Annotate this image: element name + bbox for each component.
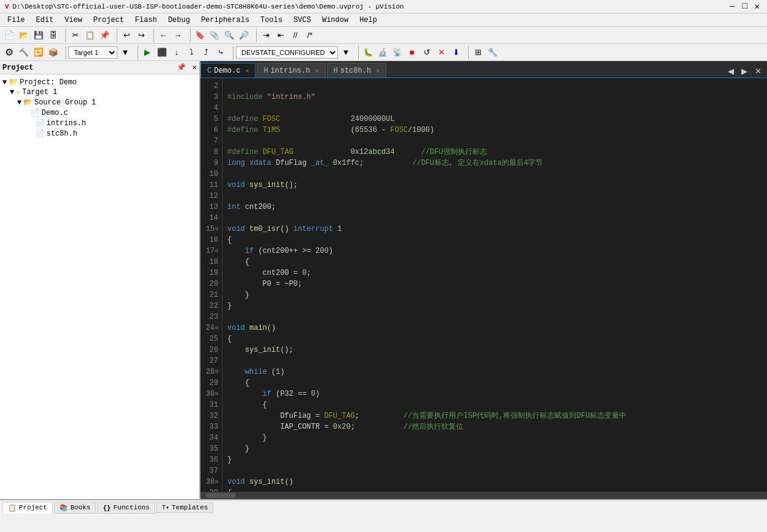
tab-scroll-right-btn[interactable]: ▶ xyxy=(738,64,751,78)
paste-btn[interactable]: 📌 xyxy=(98,29,111,42)
project-close-btn[interactable]: ✕ xyxy=(193,64,197,72)
stop-debug-btn[interactable]: ■ xyxy=(405,46,419,59)
title-bar: V D:\Desktop\STC-official-user-USB-ISP-b… xyxy=(0,0,767,13)
project-tab-label: Project xyxy=(19,504,47,511)
rebuild-btn[interactable]: 🔁 xyxy=(32,46,45,59)
menu-tools[interactable]: Tools xyxy=(255,15,287,26)
bookmark4-btn[interactable]: 🔎 xyxy=(237,29,251,42)
target-dropdown-btn[interactable]: ▼ xyxy=(119,46,132,59)
tree-item-intrins-h[interactable]: 📄 intrins.h xyxy=(0,118,199,128)
close-btn[interactable]: ✕ xyxy=(752,1,762,12)
menu-file[interactable]: File xyxy=(2,15,30,26)
tab-demo-c-close[interactable]: ✕ xyxy=(245,67,249,75)
open-btn[interactable]: 📂 xyxy=(17,29,31,42)
maximize-btn[interactable]: □ xyxy=(739,1,749,12)
sep4 xyxy=(187,29,191,42)
tab-intrins-h-icon: H xyxy=(263,67,268,75)
cut-btn[interactable]: ✂ xyxy=(68,29,82,42)
devstate-select[interactable]: DEVSTATE_CONFIGURED xyxy=(236,46,338,59)
tab-scroll-left-btn[interactable]: ◀ xyxy=(724,64,738,78)
step-btn[interactable]: ↓ xyxy=(170,46,183,59)
new-file-btn[interactable]: 📄 xyxy=(2,29,16,42)
tab-bar-right: ◀ ▶ ✕ xyxy=(724,64,767,78)
build-btn[interactable]: 🔨 xyxy=(17,46,31,59)
menu-view[interactable]: View xyxy=(60,15,87,26)
tab-stc8h-h-label: stc8h.h xyxy=(340,67,371,75)
project-title: Project xyxy=(2,64,33,72)
tree-item-project[interactable]: ▼ 📁 Project: Demo xyxy=(0,77,199,87)
tab-intrins-h-close[interactable]: ✕ xyxy=(315,67,318,75)
h-scrollbar[interactable] xyxy=(200,492,767,499)
bottom-tab-project[interactable]: 📋 Project xyxy=(2,502,53,514)
tab-stc8h-h-close[interactable]: ✕ xyxy=(376,67,380,75)
download-btn[interactable]: ⬇ xyxy=(449,46,463,59)
menu-debug[interactable]: Debug xyxy=(163,15,195,26)
target-options-btn[interactable]: ⚙ xyxy=(2,46,16,59)
menu-svcs[interactable]: SVCS xyxy=(288,15,316,26)
tab-demo-c[interactable]: C Demo.c ✕ xyxy=(200,63,255,78)
toolbar-file: 📄 📂 💾 🗄 ✂ 📋 📌 ↩ ↪ ← → 🔖 📎 🔍 🔎 ⇥ ⇤ // /* xyxy=(0,27,767,44)
settings-btn[interactable]: 🔧 xyxy=(486,46,499,59)
project-pin-btn[interactable]: 📌 xyxy=(177,64,186,72)
tree-item-stc8h-h[interactable]: 📄 stc8h.h xyxy=(0,128,199,139)
books-tab-icon: 📚 xyxy=(59,504,68,512)
step-over-btn[interactable]: ⤵ xyxy=(185,46,198,59)
step-out-btn[interactable]: ⤴ xyxy=(199,46,213,59)
run-cursor-btn[interactable]: ⤷ xyxy=(214,46,227,59)
debug-settings-btn[interactable]: 🐛 xyxy=(361,46,375,59)
save-all-btn[interactable]: 🗄 xyxy=(46,29,60,42)
tree-item-source-group[interactable]: ▼ 📂 Source Group 1 xyxy=(0,97,199,107)
unindent-btn[interactable]: ⇤ xyxy=(274,29,287,42)
target-select[interactable]: Target 1 xyxy=(68,46,117,59)
bookmark-btn[interactable]: 🔖 xyxy=(193,29,207,42)
bottom-tab-books[interactable]: 📚 Books xyxy=(54,502,96,514)
project-panel: Project 📌 ✕ ▼ 📁 Project: Demo ▼ ⬦ Target… xyxy=(0,61,200,499)
run-btn[interactable]: ▶ xyxy=(141,46,154,59)
menu-project[interactable]: Project xyxy=(88,15,128,26)
uncomment-btn[interactable]: /* xyxy=(303,29,317,42)
reset-btn[interactable]: ↺ xyxy=(420,46,433,59)
undo-btn[interactable]: ↩ xyxy=(120,29,133,42)
devstate-dropdown-btn[interactable]: ▼ xyxy=(339,46,353,59)
nav-back-btn[interactable]: ← xyxy=(156,29,170,42)
menu-bar: File Edit View Project Flash Debug Perip… xyxy=(0,13,767,27)
copy-btn[interactable]: 📋 xyxy=(83,29,97,42)
tab-intrins-h[interactable]: H intrins.h ✕ xyxy=(257,63,325,78)
bookmark2-btn[interactable]: 📎 xyxy=(208,29,221,42)
tab-close-all-btn[interactable]: ✕ xyxy=(751,64,765,78)
tree-item-target[interactable]: ▼ ⬦ Target 1 xyxy=(0,87,199,97)
menu-help[interactable]: Help xyxy=(354,15,382,26)
bottom-tabs: 📋 Project 📚 Books {} Functions T▾ Templa… xyxy=(0,499,767,515)
bottom-tab-functions[interactable]: {} Functions xyxy=(97,502,155,514)
h-scrollbar-thumb[interactable] xyxy=(205,493,236,498)
menu-edit[interactable]: Edit xyxy=(31,15,59,26)
serial-btn[interactable]: 📡 xyxy=(391,46,404,59)
window-controls[interactable]: — □ ✕ xyxy=(727,1,762,12)
bookmark3-btn[interactable]: 🔍 xyxy=(222,29,236,42)
tree-item-demo-c[interactable]: 📄 Demo.c xyxy=(0,107,199,118)
comment-btn[interactable]: // xyxy=(288,29,302,42)
sep3 xyxy=(150,29,154,42)
tab-demo-c-icon: C xyxy=(207,67,211,75)
window-layout-btn[interactable]: ⊞ xyxy=(471,46,485,59)
memory-btn[interactable]: 🔬 xyxy=(376,46,389,59)
nav-fwd-btn[interactable]: → xyxy=(171,29,185,42)
code-content[interactable]: #include "intrins.h" #define FOSC 240000… xyxy=(222,78,767,492)
demo-c-label: Demo.c xyxy=(42,109,68,117)
menu-peripherals[interactable]: Peripherals xyxy=(196,15,254,26)
stop-btn[interactable]: ⬛ xyxy=(155,46,169,59)
project-tab-icon: 📋 xyxy=(8,504,17,512)
sep10 xyxy=(465,46,469,59)
source-group-label: Source Group 1 xyxy=(34,98,96,107)
minimize-btn[interactable]: — xyxy=(727,1,737,12)
batch-btn[interactable]: 📦 xyxy=(46,46,60,59)
tab-stc8h-h[interactable]: H stc8h.h ✕ xyxy=(327,63,387,78)
redo-btn[interactable]: ↪ xyxy=(134,29,148,42)
indent-btn[interactable]: ⇥ xyxy=(259,29,273,42)
bottom-tab-templates[interactable]: T▾ Templates xyxy=(156,502,213,513)
tab-demo-c-label: Demo.c xyxy=(214,67,240,75)
menu-window[interactable]: Window xyxy=(317,15,353,26)
kill-btn[interactable]: ✕ xyxy=(435,46,448,59)
save-btn[interactable]: 💾 xyxy=(32,29,45,42)
menu-flash[interactable]: Flash xyxy=(130,15,162,26)
